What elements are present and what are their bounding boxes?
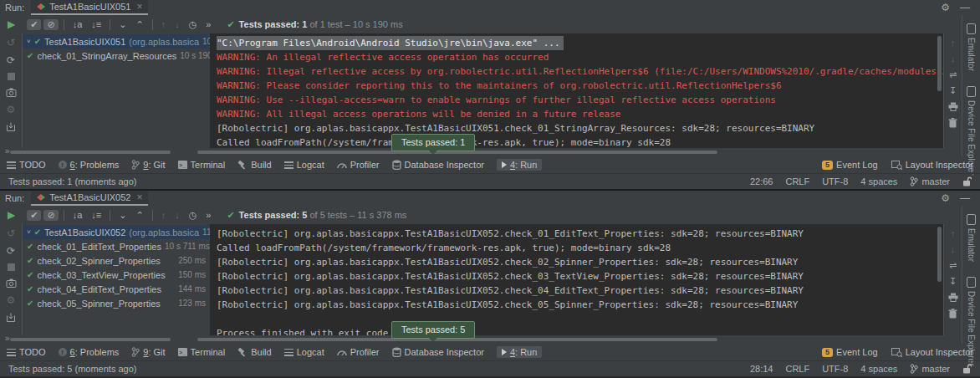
sort-by-duration-button[interactable]: ↓≡	[88, 210, 105, 221]
test-tree-row[interactable]: ˅ ✔ TestA1BasicUIX051 (org.aplas.basica …	[23, 34, 210, 49]
test-settings-gear-icon[interactable]: ⚙	[7, 105, 16, 115]
soft-wrap-icon[interactable]: ⇌	[949, 261, 957, 270]
expand-all-button[interactable]: ⌄	[115, 210, 130, 221]
previous-occurrence-button[interactable]: ↑	[158, 19, 170, 30]
rerun-icon[interactable]: ↺	[7, 38, 15, 48]
test-tree[interactable]: ˅ ✔ TestA1BasicUIX051 (org.aplas.basica …	[23, 33, 210, 148]
show-passed-button[interactable]: ✔	[27, 19, 41, 30]
test-tree-row[interactable]: ✔ check_02_Spinner_Properties 250 ms	[23, 253, 210, 268]
overflow-chevrons-icon[interactable]: »	[5, 334, 10, 343]
tool-button-emulator[interactable]: Emulator	[967, 23, 976, 71]
tool-button-database-inspector[interactable]: Database Inspector	[392, 160, 484, 170]
stop-icon[interactable]	[8, 263, 15, 271]
soft-wrap-icon[interactable]: ⇌	[949, 70, 957, 79]
clear-console-trash-icon[interactable]	[948, 118, 957, 128]
up-stack-trace-icon[interactable]: ↑	[951, 38, 956, 48]
event-log-button[interactable]: 5Event Log	[822, 347, 878, 357]
hide-window-icon[interactable]: —	[960, 2, 970, 13]
layout-inspector-button[interactable]: Layout Inspector	[891, 347, 973, 357]
line-ending[interactable]: CRLF	[785, 364, 809, 374]
next-occurrence-button[interactable]: ↓	[171, 19, 183, 30]
layout-inspector-button[interactable]: Layout Inspector	[891, 160, 973, 170]
screenshot-camera-icon[interactable]	[6, 278, 17, 288]
stop-icon[interactable]	[8, 73, 15, 80]
test-tree[interactable]: ˅ ✔ TestA1BasicUIX052 (org.aplas.basica …	[23, 224, 210, 335]
tree-horizontal-scrollbar[interactable]	[10, 151, 171, 154]
import-test-results-icon[interactable]	[6, 122, 16, 132]
hide-window-icon[interactable]: —	[960, 192, 970, 204]
tree-horizontal-scrollbar[interactable]	[10, 338, 171, 341]
indent-setting[interactable]: 4 spaces	[860, 176, 897, 186]
file-encoding[interactable]: UTF-8	[822, 364, 848, 374]
readonly-lock-icon[interactable]	[962, 364, 972, 374]
collapse-all-button[interactable]: ⌃	[132, 19, 146, 30]
test-tree-row[interactable]: ✔ check_03_TextView_Properties 150 ms	[23, 268, 210, 282]
test-history-button[interactable]: ◷	[186, 19, 201, 30]
test-tree-row[interactable]: ˅ ✔ TestA1BasicUIX052 (org.aplas.basica …	[23, 225, 210, 239]
rerun-icon[interactable]: ↺	[7, 228, 15, 238]
tool-button-terminal[interactable]: >_Terminal	[178, 160, 226, 170]
rerun-failed-tests-icon[interactable]: ⟳	[7, 246, 15, 256]
down-stack-trace-icon[interactable]: ↓	[951, 245, 956, 254]
rerun-tests-button[interactable]: ▶	[4, 18, 18, 30]
print-icon[interactable]	[948, 102, 958, 111]
previous-occurrence-button[interactable]: ↑	[158, 210, 170, 221]
more-toolbar-icon[interactable]: »	[202, 19, 214, 30]
tool-button-git[interactable]: 9: Git	[131, 160, 165, 170]
rerun-failed-tests-icon[interactable]: ⟳	[7, 55, 15, 65]
chevron-down-icon[interactable]: ˅	[27, 228, 31, 236]
run-tab-testa1basicuix052[interactable]: TestA1BasicUIX052 ×	[31, 191, 148, 206]
tool-button-todo[interactable]: TODO	[7, 160, 46, 170]
test-history-button[interactable]: ◷	[186, 210, 201, 221]
collapse-all-button[interactable]: ⌃	[132, 210, 146, 221]
run-tab-testa1basicuix051[interactable]: TestA1BasicUIX051 ×	[31, 0, 148, 15]
console-vertical-scrollbar[interactable]	[937, 227, 942, 282]
test-settings-gear-icon[interactable]: ⚙	[7, 295, 16, 305]
settings-gear-icon[interactable]: ⚙	[941, 192, 950, 204]
readonly-lock-icon[interactable]	[962, 176, 972, 186]
git-branch-widget[interactable]: master	[910, 364, 950, 374]
test-tree-row[interactable]: ✔ check_01_StringArray_Resources 10 s 19…	[23, 49, 210, 63]
print-icon[interactable]	[948, 293, 958, 302]
down-stack-trace-icon[interactable]: ↓	[951, 54, 956, 64]
tool-button-run[interactable]: 4: Run	[497, 159, 542, 171]
clear-console-trash-icon[interactable]	[948, 309, 957, 319]
up-stack-trace-icon[interactable]: ↑	[951, 229, 956, 238]
console-output[interactable]: "C:\Program Files\Android\Android Studio…	[210, 33, 943, 148]
test-tree-row[interactable]: ✔ check_05_Spinner_Properties 123 ms	[23, 296, 210, 310]
console-vertical-scrollbar[interactable]	[937, 36, 942, 91]
sort-alphabetically-button[interactable]: ↓a	[69, 210, 86, 221]
tool-button-logcat[interactable]: Logcat	[284, 160, 324, 170]
test-tree-row[interactable]: ✔ check_04_EditText_Properties 144 ms	[23, 282, 210, 296]
show-ignored-button[interactable]: ⊘	[43, 210, 58, 221]
event-log-button[interactable]: 5Event Log	[822, 160, 878, 170]
tool-button-terminal[interactable]: >_Terminal	[178, 347, 226, 357]
more-toolbar-icon[interactable]: »	[202, 210, 214, 221]
test-tree-row[interactable]: ✔ check_01_EditText_Properties 10 s 711 …	[23, 239, 210, 253]
close-icon[interactable]: ×	[136, 192, 142, 202]
tool-button-database-inspector[interactable]: Database Inspector	[392, 347, 484, 357]
close-icon[interactable]: ×	[136, 2, 142, 12]
line-ending[interactable]: CRLF	[785, 176, 809, 186]
tool-button-build[interactable]: Build	[237, 347, 271, 357]
git-branch-widget[interactable]: master	[910, 176, 950, 186]
scroll-to-end-icon[interactable]: ↧	[949, 277, 957, 286]
tool-button-git[interactable]: 9: Git	[131, 347, 165, 357]
caret-position[interactable]: 22:66	[750, 176, 773, 186]
import-test-results-icon[interactable]	[6, 313, 16, 323]
caret-position[interactable]: 28:14	[750, 364, 773, 374]
screenshot-camera-icon[interactable]	[6, 88, 17, 97]
tool-button-emulator[interactable]: Emulator	[967, 214, 976, 262]
file-encoding[interactable]: UTF-8	[822, 176, 848, 186]
show-passed-button[interactable]: ✔	[27, 210, 41, 221]
sort-by-duration-button[interactable]: ↓≡	[88, 19, 105, 30]
tool-button-problems[interactable]: !6: Problems	[59, 160, 120, 170]
tool-button-run[interactable]: 4: Run	[497, 346, 542, 358]
chevron-down-icon[interactable]: ˅	[27, 38, 31, 45]
sort-alphabetically-button[interactable]: ↓a	[69, 19, 86, 30]
tool-button-profiler[interactable]: Profiler	[337, 160, 380, 170]
tool-button-problems[interactable]: !6: Problems	[59, 347, 120, 357]
tool-button-profiler[interactable]: Profiler	[337, 347, 380, 357]
expand-all-button[interactable]: ⌄	[115, 19, 130, 30]
console-output[interactable]: [Robolectric] org.aplas.basicappx.TestA1…	[210, 224, 943, 335]
